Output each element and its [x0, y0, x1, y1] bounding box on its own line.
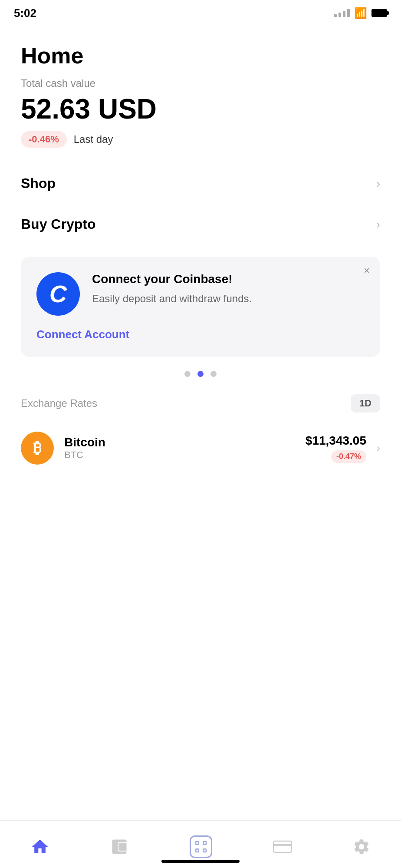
coinbase-logo: C [36, 272, 80, 316]
bitcoin-ticker: BTC [64, 449, 295, 461]
home-indicator [161, 860, 240, 863]
wallet-icon [110, 837, 129, 856]
bitcoin-info: Bitcoin BTC [64, 436, 295, 461]
bitcoin-row[interactable]: ₿ Bitcoin BTC $11,343.05 -0.47% › [21, 425, 380, 472]
shop-chevron-icon: › [376, 177, 380, 191]
dot-1 [184, 371, 191, 377]
status-bar: 5:02 📶 [0, 0, 401, 23]
shop-label: Shop [21, 175, 56, 191]
connect-account-link[interactable]: Connect Account [36, 328, 129, 341]
coinbase-card: × C Connect your Coinbase! Easily deposi… [21, 257, 380, 357]
svg-rect-1 [196, 842, 199, 845]
svg-point-0 [122, 846, 124, 848]
settings-icon [352, 838, 371, 856]
status-icons: 📶 [334, 7, 387, 19]
bitcoin-price: $11,343.05 [306, 434, 366, 448]
nav-item-scan[interactable] [190, 835, 212, 858]
battery-icon [371, 9, 387, 17]
coinbase-text-block: Connect your Coinbase! Easily deposit an… [92, 272, 365, 306]
bitcoin-price-block: $11,343.05 -0.47% [306, 434, 366, 463]
shop-link[interactable]: Shop › [21, 165, 380, 202]
svg-rect-8 [273, 841, 292, 852]
svg-rect-3 [196, 849, 199, 852]
coinbase-card-content: C Connect your Coinbase! Easily deposit … [36, 272, 365, 316]
change-row: -0.46% Last day [21, 131, 380, 148]
exchange-rates-header: Exchange Rates 1D [21, 394, 380, 413]
main-content: Home Total cash value 52.63 USD -0.46% L… [0, 23, 401, 482]
dot-2-active [197, 371, 204, 377]
buy-crypto-link[interactable]: Buy Crypto › [21, 206, 380, 243]
exchange-rates-section: Exchange Rates 1D ₿ Bitcoin BTC $11,343.… [21, 394, 380, 472]
svg-rect-9 [273, 844, 292, 846]
change-period: Last day [74, 133, 113, 145]
bitcoin-icon: ₿ [21, 432, 54, 465]
card-icon [273, 840, 292, 854]
nav-item-settings[interactable] [352, 838, 371, 856]
total-cash-section: Total cash value 52.63 USD -0.46% Last d… [21, 77, 380, 148]
pagination-dots [21, 371, 380, 377]
timeframe-badge[interactable]: 1D [351, 394, 380, 413]
home-icon [30, 837, 49, 856]
coinbase-description: Easily deposit and withdraw funds. [92, 291, 365, 306]
bitcoin-row-chevron-icon: › [377, 442, 380, 454]
bitcoin-name: Bitcoin [64, 436, 295, 449]
signal-dots-icon [334, 9, 350, 17]
scan-icon [190, 835, 212, 858]
cash-value-amount: 52.63 USD [21, 94, 380, 124]
close-button[interactable]: × [364, 265, 370, 276]
cash-value-label: Total cash value [21, 77, 380, 89]
svg-rect-2 [203, 842, 206, 845]
exchange-rates-label: Exchange Rates [21, 397, 97, 409]
bitcoin-symbol-icon: ₿ [33, 439, 41, 457]
nav-item-home[interactable] [30, 837, 49, 856]
wifi-icon: 📶 [354, 7, 367, 19]
coinbase-title: Connect your Coinbase! [92, 272, 365, 286]
change-badge: -0.46% [21, 131, 67, 148]
nav-item-wallet[interactable] [110, 837, 129, 856]
nav-item-card[interactable] [273, 840, 292, 854]
buy-crypto-label: Buy Crypto [21, 216, 95, 232]
page-title: Home [21, 43, 380, 69]
status-time: 5:02 [14, 7, 36, 20]
bitcoin-change-badge: -0.47% [331, 450, 366, 463]
coinbase-logo-letter: C [49, 282, 67, 306]
dot-3 [210, 371, 217, 377]
buy-crypto-chevron-icon: › [376, 218, 380, 231]
